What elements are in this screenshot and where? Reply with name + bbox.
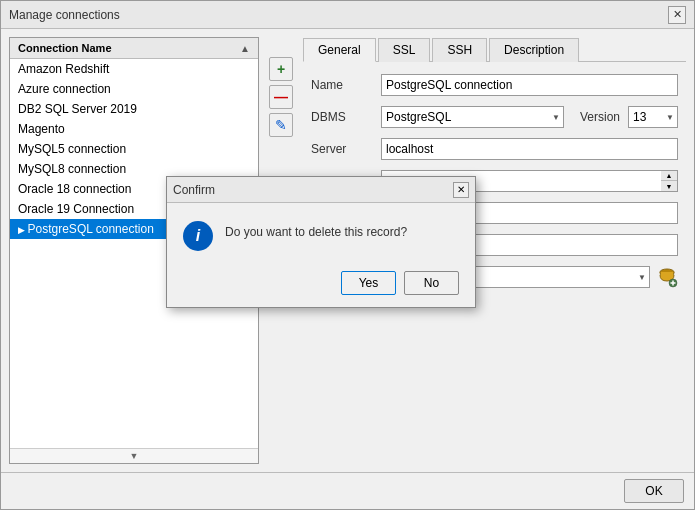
version-label: Version bbox=[580, 110, 620, 124]
list-sort-icon: ▲ bbox=[240, 43, 250, 54]
server-row: Server bbox=[311, 138, 678, 160]
database-add-icon[interactable] bbox=[656, 266, 678, 288]
dialog-title-bar: Confirm ✕ bbox=[167, 177, 475, 203]
version-select-wrapper: 13 12 11 10 bbox=[628, 106, 678, 128]
main-window: Manage connections ✕ Connection Name ▲ A… bbox=[0, 0, 695, 510]
edit-connection-button[interactable]: ✎ bbox=[269, 113, 293, 137]
list-item[interactable]: MySQL5 connection bbox=[10, 139, 258, 159]
version-select[interactable]: 13 12 11 10 bbox=[628, 106, 678, 128]
list-scroll-down-arrow[interactable]: ▼ bbox=[10, 448, 258, 463]
tab-description[interactable]: Description bbox=[489, 38, 579, 62]
server-input[interactable] bbox=[381, 138, 678, 160]
dbms-select-wrapper: PostgreSQL MySQL Oracle DB2 SQLite bbox=[381, 106, 564, 128]
window-footer: OK bbox=[1, 472, 694, 509]
port-decrement-button[interactable]: ▼ bbox=[661, 181, 677, 191]
server-label: Server bbox=[311, 142, 381, 156]
tab-ssh[interactable]: SSH bbox=[432, 38, 487, 62]
dialog-no-button[interactable]: No bbox=[404, 271, 459, 295]
dialog-title: Confirm bbox=[173, 183, 215, 197]
list-item[interactable]: DB2 SQL Server 2019 bbox=[10, 99, 258, 119]
list-item[interactable]: Azure connection bbox=[10, 79, 258, 99]
tabs: General SSL SSH Description bbox=[303, 37, 686, 62]
name-row: Name bbox=[311, 74, 678, 96]
dbms-label: DBMS bbox=[311, 110, 381, 124]
list-item[interactable]: Magento bbox=[10, 119, 258, 139]
add-connection-button[interactable]: + bbox=[269, 57, 293, 81]
dbms-controls: PostgreSQL MySQL Oracle DB2 SQLite Versi… bbox=[381, 106, 678, 128]
confirm-dialog: Confirm ✕ i Do you want to delete this r… bbox=[166, 176, 476, 308]
dialog-message: Do you want to delete this record? bbox=[225, 219, 407, 241]
info-icon: i bbox=[183, 221, 213, 251]
name-label: Name bbox=[311, 78, 381, 92]
dialog-body: i Do you want to delete this record? bbox=[167, 203, 475, 263]
dialog-buttons: Yes No bbox=[167, 263, 475, 307]
name-input[interactable] bbox=[381, 74, 678, 96]
dialog-close-button[interactable]: ✕ bbox=[453, 182, 469, 198]
remove-connection-button[interactable]: — bbox=[269, 85, 293, 109]
tab-general[interactable]: General bbox=[303, 38, 376, 62]
port-spinner: ▲ ▼ bbox=[661, 170, 678, 192]
title-bar: Manage connections ✕ bbox=[1, 1, 694, 29]
window-title: Manage connections bbox=[9, 8, 120, 22]
dbms-select[interactable]: PostgreSQL MySQL Oracle DB2 SQLite bbox=[381, 106, 564, 128]
tab-ssl[interactable]: SSL bbox=[378, 38, 431, 62]
port-increment-button[interactable]: ▲ bbox=[661, 171, 677, 181]
dialog-yes-button[interactable]: Yes bbox=[341, 271, 396, 295]
list-header: Connection Name ▲ bbox=[10, 38, 258, 59]
window-close-button[interactable]: ✕ bbox=[668, 6, 686, 24]
list-item[interactable]: Amazon Redshift bbox=[10, 59, 258, 79]
ok-button[interactable]: OK bbox=[624, 479, 684, 503]
dbms-row: DBMS PostgreSQL MySQL Oracle DB2 SQLite … bbox=[311, 106, 678, 128]
